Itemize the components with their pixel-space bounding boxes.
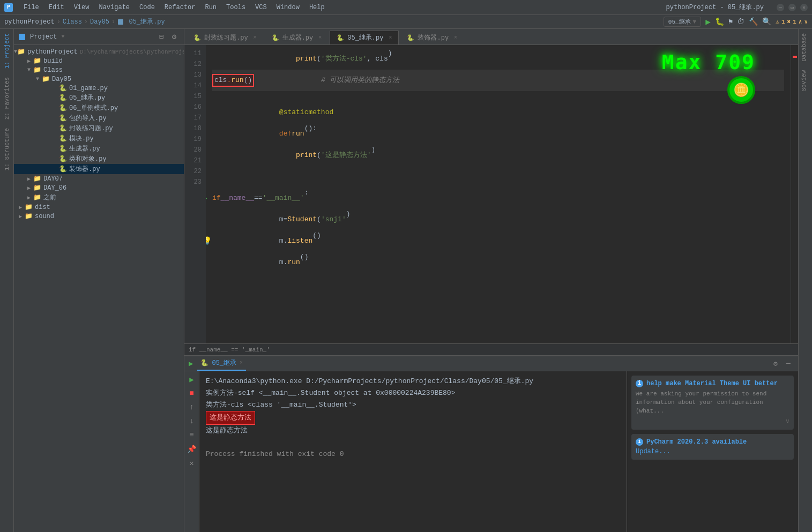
warning-icon: ⚠ [776, 18, 779, 25]
breadcrumb-item-project[interactable]: pythonProject [4, 18, 55, 26]
breadcrumb-item-day05[interactable]: Day05 [90, 18, 109, 26]
vtab-structure[interactable]: 1: Structure [2, 124, 12, 175]
tree-file-mokuai[interactable]: 🐍 模块.py [14, 133, 184, 144]
tree-class[interactable]: ▼ 📁 Class [14, 65, 184, 74]
tab-fengzhuang[interactable]: 🐍 封装练习题.py × [187, 31, 264, 44]
tree-file-zhuangshiqi[interactable]: 🐍 装饰器.py [14, 164, 184, 174]
run-button[interactable]: ▶ [705, 17, 711, 27]
minimize-button[interactable]: — [777, 4, 784, 11]
run-wrap-button[interactable]: ≡ [186, 429, 198, 441]
tab-icon-zhuangshi: 🐍 [407, 34, 414, 41]
menu-code[interactable]: Code [135, 3, 159, 12]
tree-file-jiecheng[interactable]: 🐍 05_继承.py [14, 93, 184, 103]
tree-file-shengcheng-label: 生成器.py [69, 144, 100, 153]
max-score-text: Max 709 [662, 50, 755, 74]
right-panel-saview[interactable]: SoView [799, 66, 812, 96]
sidebar-settings-button[interactable]: ⚙ [169, 32, 180, 42]
tree-file-01game[interactable]: 🐍 01_game.py [14, 84, 184, 93]
nav-down-icon[interactable]: ∨ [804, 18, 808, 25]
debug-button[interactable]: 🐛 [715, 17, 724, 26]
menu-edit[interactable]: Edit [44, 3, 69, 12]
tree-file-01game-label: 01_game.py [69, 85, 108, 92]
dist-arrow-icon: ▶ [16, 204, 25, 211]
run-rerun-button[interactable]: ▶ [186, 373, 198, 385]
search-everywhere-button[interactable]: 🔍 [762, 17, 771, 26]
tab-jiecheng[interactable]: 🐍 05_继承.py × [330, 31, 399, 44]
tree-day07[interactable]: ▶ 📁 DAY07 [14, 174, 184, 183]
run-coverage-button[interactable]: ⚑ [728, 17, 733, 26]
tab-close-fengzhuang[interactable]: × [254, 35, 257, 41]
breadcrumb-item-class[interactable]: Class [63, 18, 82, 26]
menu-window[interactable]: Window [272, 3, 304, 12]
main-layout: 1: Project 2: Favorites 1: Structure Pro… [0, 29, 812, 532]
right-panel-database[interactable]: Database [799, 29, 812, 66]
notif-material-body: We are asking your permission to send in… [636, 389, 789, 415]
info-icon-2: i [636, 438, 643, 446]
day07-arrow-icon: ▶ [25, 176, 33, 182]
menu-refactor[interactable]: Refactor [160, 3, 200, 12]
tree-day05[interactable]: ▼ 📁 Day05 [14, 74, 184, 84]
editor-area: 🐍 封装练习题.py × 🐍 生成器.py × 🐍 05_继承.py × 🐍 装… [184, 29, 798, 532]
run-tab-close[interactable]: × [240, 360, 243, 366]
tree-file-bao[interactable]: 🐍 包的导入.py [14, 113, 184, 123]
menu-tools[interactable]: Tools [222, 3, 250, 12]
tab-shengcheng[interactable]: 🐍 生成器.py × [265, 31, 329, 44]
menu-navigate[interactable]: Navigate [94, 3, 134, 12]
close-button[interactable]: ✕ [800, 4, 808, 11]
vtab-project[interactable]: 1: Project [2, 29, 12, 73]
output-exit-code: Process finished with exit code 0 [206, 448, 344, 460]
tab-close-shengcheng[interactable]: × [318, 35, 322, 41]
run-stop-button[interactable]: ■ [186, 387, 198, 399]
tree-build[interactable]: ▶ 📁 build [14, 56, 184, 65]
pin-tab-button[interactable]: 📌 [186, 443, 198, 455]
menu-view[interactable]: View [70, 3, 94, 12]
scroll-up-button[interactable]: ↑ [186, 401, 198, 413]
tree-root[interactable]: ▼ 📁 pythonProject D:\PycharmProjects\pyt… [14, 47, 184, 56]
tree-zhiqian[interactable]: ▶ 📁 之前 [14, 192, 184, 203]
py-icon-mokuai: 🐍 [59, 134, 67, 143]
code-editor[interactable]: 11 12 13 14 15 16 17 18 19 20 21 22 23 [184, 45, 798, 343]
warning-gutter-icon: 💡 [206, 236, 212, 246]
file-tree[interactable]: ▼ 📁 pythonProject D:\PycharmProjects\pyt… [14, 45, 184, 532]
nav-up-icon[interactable]: ∧ [799, 18, 802, 25]
run-panel-settings[interactable]: ⚙ [770, 358, 781, 369]
root-path: D:\PycharmProjects\pythonProje... [80, 49, 184, 55]
update-link[interactable]: Update... [636, 448, 671, 455]
run-gutter-icon[interactable]: ▶ [206, 193, 207, 204]
run-panel-minimize[interactable]: — [783, 358, 794, 369]
code-line-15: def run(): [212, 123, 784, 145]
scroll-down-button[interactable]: ↓ [186, 415, 198, 427]
tree-dist[interactable]: ▶ 📁 dist [14, 203, 184, 212]
project-dropdown[interactable]: ▼ [61, 34, 64, 40]
run-config-selector[interactable]: 05_继承 ▼ [664, 17, 701, 27]
tab-close-zhuangshi[interactable]: × [454, 35, 457, 41]
tree-file-jiecheng-label: 05_继承.py [69, 93, 105, 102]
tree-sound[interactable]: ▶ 📁 sound [14, 212, 184, 221]
menu-help[interactable]: Help [305, 3, 329, 12]
breadcrumb-item-file[interactable]: 05_继承.py [117, 17, 165, 26]
run-tab-active[interactable]: 🐍 05_继承 × [197, 356, 246, 371]
tree-file-danli[interactable]: 🐍 06_单例模式.py [14, 103, 184, 113]
py-icon-zhuangshi: 🐍 [59, 165, 67, 173]
tree-file-leibiduixiang[interactable]: 🐍 类和对象.py [14, 154, 184, 164]
project-panel: Project ▼ ⊟ ⚙ ▼ 📁 pythonProject D:\Pycha… [14, 29, 184, 532]
tab-close-jiecheng[interactable]: × [389, 35, 392, 41]
profile-button[interactable]: ⏱ [737, 18, 744, 26]
vtab-favorites[interactable]: 2: Favorites [2, 73, 12, 124]
build-button[interactable]: 🔨 [749, 17, 758, 26]
tree-file-fengzhuang[interactable]: 🐍 封装练习题.py [14, 123, 184, 133]
output-line-cmd: E:\Anaconda3\python.exe D:/PycharmProjec… [206, 376, 620, 387]
menu-run[interactable]: Run [200, 3, 221, 12]
svg-rect-0 [118, 19, 123, 25]
menu-file[interactable]: File [19, 3, 43, 12]
collapse-all-button[interactable]: ⊟ [156, 32, 167, 42]
maximize-button[interactable]: ▭ [788, 4, 796, 11]
tab-zhuangshiqi[interactable]: 🐍 装饰器.py × [400, 31, 464, 44]
notif-collapse-arrow[interactable]: ∨ [786, 417, 789, 425]
run-close-panel-button[interactable]: ✕ [186, 457, 198, 469]
tree-day05-label: Day05 [52, 76, 71, 83]
menu-vcs[interactable]: VCS [251, 3, 271, 12]
tree-day06[interactable]: ▶ 📁 DAY_06 [14, 183, 184, 192]
tabs-bar: 🐍 封装练习题.py × 🐍 生成器.py × 🐍 05_继承.py × 🐍 装… [184, 29, 798, 45]
tree-file-shengcheng[interactable]: 🐍 生成器.py [14, 144, 184, 154]
